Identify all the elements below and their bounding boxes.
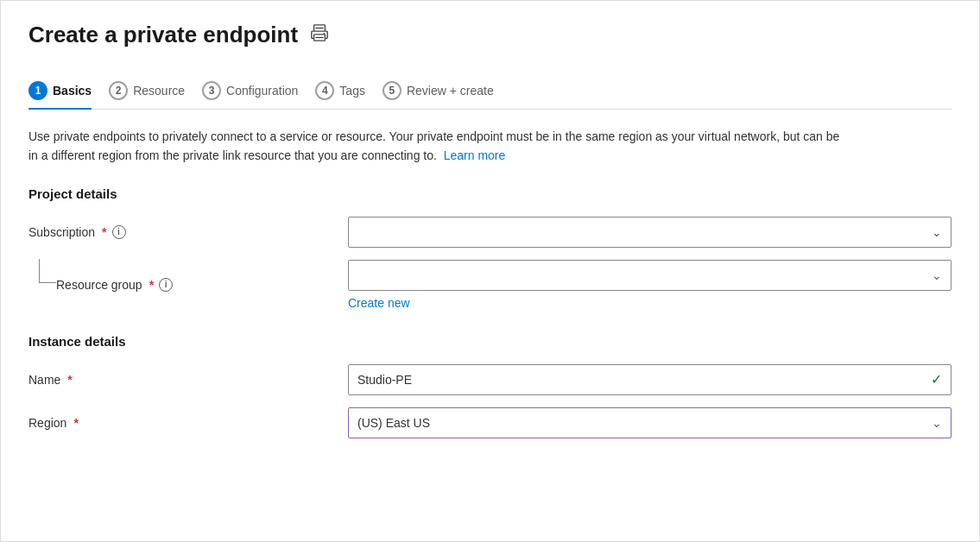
tab-label-review-create: Review + create bbox=[407, 84, 494, 98]
tab-label-tags: Tags bbox=[339, 84, 365, 98]
learn-more-link[interactable]: Learn more bbox=[444, 148, 506, 162]
tab-configuration[interactable]: 3 Configuration bbox=[202, 72, 315, 109]
subscription-label: Subscription bbox=[28, 225, 95, 239]
name-control-col: Studio-PE ✓ bbox=[348, 364, 952, 395]
tab-label-resource: Resource bbox=[133, 84, 185, 98]
project-details-section: Project details Subscription * i ⌄ Resou… bbox=[28, 186, 952, 310]
project-details-header: Project details bbox=[28, 186, 952, 201]
instance-details-header: Instance details bbox=[28, 334, 952, 349]
region-label-col: Region * bbox=[28, 416, 348, 430]
subscription-row: Subscription * i ⌄ bbox=[28, 217, 952, 248]
region-dropdown[interactable]: (US) East US ⌄ bbox=[348, 407, 952, 438]
subscription-label-col: Subscription * i bbox=[28, 225, 348, 239]
tab-label-basics: Basics bbox=[53, 84, 92, 98]
name-label: Name bbox=[28, 373, 60, 387]
name-required: * bbox=[67, 373, 72, 387]
name-row: Name * Studio-PE ✓ bbox=[28, 364, 952, 395]
resource-group-row: Resource group * i ⌄ Create new bbox=[28, 260, 952, 310]
tab-basics[interactable]: 1 Basics bbox=[28, 72, 109, 109]
resource-group-control-col: ⌄ Create new bbox=[348, 260, 952, 310]
region-label: Region bbox=[28, 416, 66, 430]
resource-group-chevron: ⌄ bbox=[932, 268, 942, 282]
subscription-dropdown[interactable]: ⌄ bbox=[348, 217, 952, 248]
region-control-col: (US) East US ⌄ bbox=[348, 407, 952, 438]
resource-group-dropdown[interactable]: ⌄ bbox=[348, 260, 952, 291]
tab-number-1: 1 bbox=[28, 81, 47, 100]
subscription-info-icon[interactable]: i bbox=[112, 225, 126, 239]
resource-group-label: Resource group bbox=[56, 278, 142, 292]
tab-resource[interactable]: 2 Resource bbox=[109, 72, 202, 109]
tab-label-configuration: Configuration bbox=[226, 84, 298, 98]
subscription-chevron: ⌄ bbox=[932, 225, 942, 239]
tab-tags[interactable]: 4 Tags bbox=[315, 72, 383, 109]
subscription-required: * bbox=[102, 225, 106, 239]
subscription-control-col: ⌄ bbox=[348, 217, 952, 248]
name-value: Studio-PE bbox=[357, 373, 412, 387]
name-input[interactable]: Studio-PE ✓ bbox=[348, 364, 952, 395]
create-new-link[interactable]: Create new bbox=[348, 296, 410, 310]
print-icon[interactable] bbox=[310, 23, 329, 47]
resource-group-required: * bbox=[149, 278, 154, 292]
svg-point-4 bbox=[324, 33, 326, 35]
instance-details-section: Instance details Name * Studio-PE ✓ Regi… bbox=[28, 334, 952, 438]
name-valid-icon: ✓ bbox=[931, 371, 942, 388]
tab-number-2: 2 bbox=[109, 81, 128, 100]
region-chevron: ⌄ bbox=[932, 416, 942, 430]
name-label-col: Name * bbox=[28, 373, 348, 387]
region-row: Region * (US) East US ⌄ bbox=[28, 407, 952, 438]
region-required: * bbox=[73, 416, 78, 430]
tab-number-4: 4 bbox=[315, 81, 334, 100]
tab-review-create[interactable]: 5 Review + create bbox=[383, 72, 511, 109]
resource-group-label-col: Resource group * i bbox=[28, 278, 348, 292]
description-text: Use private endpoints to privately conne… bbox=[28, 127, 849, 166]
resource-group-info-icon[interactable]: i bbox=[159, 278, 173, 292]
tab-number-3: 3 bbox=[202, 81, 221, 100]
tabs-row: 1 Basics 2 Resource 3 Configuration 4 Ta… bbox=[28, 72, 952, 110]
region-value: (US) East US bbox=[357, 416, 430, 430]
page-title: Create a private endpoint bbox=[28, 22, 298, 48]
tab-number-5: 5 bbox=[383, 81, 401, 100]
